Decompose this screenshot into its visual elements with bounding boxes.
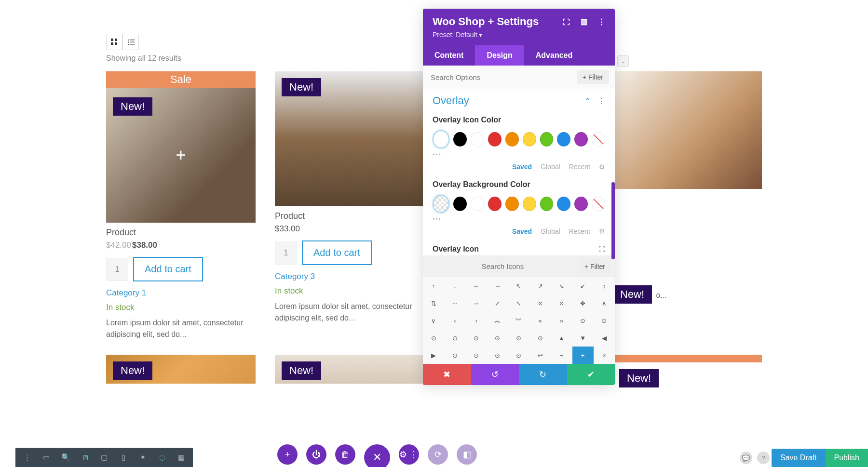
color-red[interactable] <box>488 197 502 211</box>
icon-cell[interactable]: ∨ <box>423 312 444 329</box>
preset-label[interactable]: Preset: Default ▾ <box>433 31 605 39</box>
more-icon[interactable]: ⋮ <box>598 17 605 26</box>
recent-link[interactable]: Recent <box>569 227 590 235</box>
search-options-input[interactable] <box>429 71 577 83</box>
icon-cell[interactable]: ⤡ <box>508 294 529 312</box>
icon-cell[interactable]: ⊙ <box>508 329 529 347</box>
icon-cell[interactable]: ↑ <box>423 277 444 294</box>
quantity-input[interactable] <box>106 258 128 281</box>
color-orange[interactable] <box>505 132 519 147</box>
filter-button[interactable]: + Filter <box>577 70 609 84</box>
cancel-button[interactable]: ✖ <box>423 364 471 385</box>
saved-link[interactable]: Saved <box>512 163 532 171</box>
icon-cell[interactable]: ⇅ <box>423 294 444 312</box>
icon-cell[interactable]: › <box>465 312 487 329</box>
quantity-input[interactable] <box>275 241 297 265</box>
global-link[interactable]: Global <box>541 227 560 235</box>
icon-cell[interactable]: ↗ <box>529 277 551 294</box>
icon-cell[interactable]: « <box>529 312 551 329</box>
section-more-icon[interactable]: ⋮ <box>597 96 605 106</box>
tab-advanced[interactable]: Advanced <box>524 45 584 66</box>
wireframe-icon[interactable]: ▭ <box>37 448 56 467</box>
product-title[interactable]: Product <box>106 227 256 238</box>
drag-handle-icon[interactable]: ••• <box>433 216 605 223</box>
icon-cell[interactable]: ⤢ <box>487 294 508 312</box>
icon-cell[interactable]: ✥ <box>572 294 594 312</box>
color-black[interactable] <box>453 132 467 147</box>
drag-handle-icon[interactable]: ••• <box>433 151 605 158</box>
icon-cell[interactable]: ‹ <box>444 312 465 329</box>
color-orange[interactable] <box>505 197 519 211</box>
gear-icon[interactable]: ⚙ <box>599 163 605 171</box>
icon-cell[interactable]: − <box>551 347 572 364</box>
gear-icon[interactable]: ⚙ <box>599 227 605 235</box>
icon-cell[interactable]: ⊙ <box>465 347 487 364</box>
add-to-cart-button[interactable]: Add to cart <box>133 257 203 281</box>
expand-icon[interactable]: ⛶ <box>598 245 605 253</box>
icon-cell[interactable]: ⊙ <box>487 347 508 364</box>
icon-cell[interactable]: ⊙ <box>444 329 465 347</box>
icon-cell[interactable]: ▼ <box>572 329 594 347</box>
product-image[interactable] <box>612 71 762 189</box>
power-button[interactable]: ⏻ <box>306 444 326 465</box>
icon-cell[interactable]: ↘ <box>551 277 572 294</box>
undo-button[interactable]: ↺ <box>471 364 519 385</box>
icon-cell[interactable]: ︽ <box>487 312 508 329</box>
tab-content[interactable]: Content <box>423 45 475 66</box>
close-button[interactable]: ✕ <box>364 444 390 467</box>
icon-cell[interactable]: ↔ <box>444 294 465 312</box>
grid-view-button[interactable] <box>106 34 122 50</box>
icon-cell[interactable]: ⊙ <box>508 347 529 364</box>
list-view-button[interactable] <box>122 34 139 50</box>
icon-cell[interactable]: + <box>572 347 594 364</box>
desktop-icon[interactable]: 🖥 <box>75 448 95 467</box>
settings-button[interactable]: ⚙ ⋮ <box>399 444 419 465</box>
icon-cell[interactable]: ⤱ <box>551 294 572 312</box>
color-green[interactable] <box>540 197 554 211</box>
category-link[interactable]: Category 1 <box>106 288 256 298</box>
icon-cell[interactable]: ︾ <box>508 312 529 329</box>
color-white[interactable] <box>471 197 484 211</box>
mobile-icon[interactable]: ▯ <box>114 448 133 467</box>
icon-cell[interactable]: ▶ <box>423 347 444 364</box>
color-purple[interactable] <box>574 132 588 147</box>
color-black[interactable] <box>453 197 467 211</box>
add-button[interactable]: + <box>277 444 298 465</box>
search-icons-input[interactable] <box>427 259 579 273</box>
icon-cell[interactable]: ↩ <box>529 347 551 364</box>
icon-cell[interactable]: ↖ <box>508 277 529 294</box>
layers-icon[interactable]: ◧ <box>457 444 477 465</box>
color-white-selected[interactable] <box>433 130 449 148</box>
grid-icon[interactable]: ▦ <box>172 448 191 467</box>
icon-cell[interactable]: ▲ <box>551 329 572 347</box>
color-none[interactable] <box>592 197 605 211</box>
recent-link[interactable]: Recent <box>569 163 590 171</box>
icon-cell[interactable]: ⊙ <box>529 329 551 347</box>
color-none[interactable] <box>592 132 605 147</box>
zoom-icon[interactable]: 🔍 <box>56 448 75 467</box>
history-icon[interactable]: ⟳ <box>428 444 448 465</box>
icon-cell[interactable]: ← <box>465 277 487 294</box>
color-yellow[interactable] <box>523 197 536 211</box>
global-link[interactable]: Global <box>541 163 560 171</box>
save-draft-button[interactable]: Save Draft <box>772 449 826 467</box>
icon-cell[interactable]: ⊙ <box>572 312 594 329</box>
icon-cell[interactable]: ⊙ <box>423 329 444 347</box>
icon-cell[interactable]: » <box>551 312 572 329</box>
section-overlay-title[interactable]: Overlay <box>433 94 469 107</box>
sort-dropdown[interactable]: ⌄ <box>617 55 629 67</box>
color-yellow[interactable] <box>523 132 536 147</box>
icon-cell[interactable]: ⊙ <box>444 347 465 364</box>
color-blue[interactable] <box>557 197 570 211</box>
category-link[interactable]: Category 3 <box>275 272 424 281</box>
tab-design[interactable]: Design <box>475 45 524 66</box>
delete-button[interactable]: 🗑 <box>335 444 355 465</box>
help-icon[interactable]: ? <box>757 452 770 464</box>
tablet-icon[interactable]: ▢ <box>95 448 114 467</box>
loading-icon[interactable]: ◌ <box>152 448 172 467</box>
confirm-button[interactable]: ✔ <box>567 364 615 385</box>
columns-icon[interactable]: ▥ <box>581 17 587 26</box>
icon-cell[interactable]: ↓ <box>444 277 465 294</box>
color-white[interactable] <box>471 132 484 147</box>
scrollbar-thumb[interactable] <box>611 182 615 259</box>
